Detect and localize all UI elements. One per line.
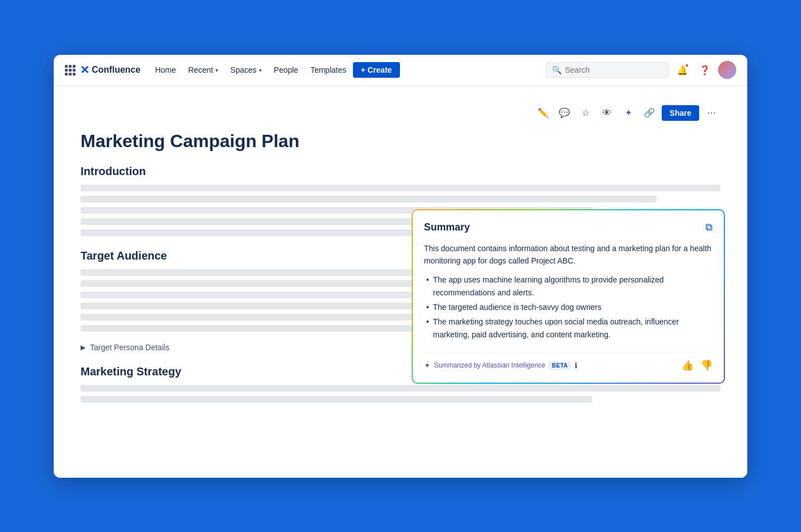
beta-badge: BETA — [549, 361, 571, 370]
ai-summary-icon[interactable]: ✦ — [619, 104, 637, 122]
summary-bullet-1: The app uses machine learning algorithms… — [424, 274, 713, 299]
confluence-wordmark: Confluence — [92, 65, 140, 75]
thumbs-down-icon[interactable]: 👎 — [700, 359, 713, 371]
watch-icon[interactable]: 👁 — [598, 104, 616, 122]
comment-icon[interactable]: 💬 — [555, 104, 573, 122]
thumbs-up-icon[interactable]: 👍 — [681, 359, 694, 371]
nav-recent[interactable]: Recent ▾ — [182, 62, 223, 78]
search-input[interactable] — [565, 65, 663, 74]
help-icon: ❓ — [699, 65, 710, 76]
nav-home[interactable]: Home — [149, 62, 181, 78]
link-icon[interactable]: 🔗 — [640, 104, 658, 122]
expand-chevron-icon: ▶ — [81, 343, 86, 351]
marketing-strategy-skeleton — [81, 385, 720, 403]
content-area: ✏️ 💬 ☆ 👁 ✦ 🔗 Share ⋯ Marketing Campaign … — [54, 86, 747, 478]
share-button[interactable]: Share — [662, 105, 699, 121]
feedback-icons: 👍 👎 — [681, 359, 713, 371]
confluence-x-icon: ✕ — [80, 63, 89, 77]
summary-title: Summary — [424, 222, 470, 233]
summary-bullet-2: The targeted audience is tech-savvy dog … — [424, 301, 713, 313]
section-introduction-heading: Introduction — [81, 165, 720, 178]
avatar-image — [718, 61, 736, 79]
create-button[interactable]: + Create — [353, 62, 400, 78]
nav-bar: ✕ Confluence Home Recent ▾ Spaces ▾ Peop… — [54, 55, 747, 86]
notification-dot — [685, 63, 689, 68]
nav-items: Home Recent ▾ Spaces ▾ People Templates … — [149, 62, 535, 78]
edit-icon[interactable]: ✏️ — [534, 104, 552, 122]
apps-icon[interactable] — [65, 65, 76, 76]
nav-right: 🔍 🔔 ❓ — [546, 61, 736, 79]
nav-people[interactable]: People — [268, 62, 304, 78]
info-icon[interactable]: ℹ — [574, 361, 577, 370]
summary-bullet-list: The app uses machine learning algorithms… — [424, 274, 713, 341]
summary-popup-inner: Summary ⧉ This document contains informa… — [413, 210, 724, 383]
nav-spaces[interactable]: Spaces ▾ — [225, 62, 267, 78]
summary-body-text: This document contains information about… — [424, 242, 713, 267]
recent-chevron-icon: ▾ — [215, 67, 218, 73]
ai-footer-label: Summarized by Atlassian Intelligence — [434, 361, 545, 369]
search-icon: 🔍 — [552, 65, 562, 74]
copy-icon[interactable]: ⧉ — [705, 222, 713, 233]
summary-popup: Summary ⧉ This document contains informa… — [412, 209, 725, 384]
confluence-logo[interactable]: ✕ Confluence — [80, 63, 140, 77]
doc-toolbar: ✏️ 💬 ☆ 👁 ✦ 🔗 Share ⋯ — [81, 97, 720, 131]
nav-templates[interactable]: Templates — [305, 62, 352, 78]
user-avatar[interactable] — [718, 61, 736, 79]
help-button[interactable]: ❓ — [696, 61, 714, 79]
ai-sparkle-icon: ✦ — [424, 361, 431, 370]
summary-header: Summary ⧉ — [424, 222, 713, 233]
more-options-button[interactable]: ⋯ — [703, 104, 720, 122]
expand-row-label: Target Persona Details — [90, 343, 169, 352]
ai-badge: ✦ Summarized by Atlassian Intelligence B… — [424, 361, 577, 370]
spaces-chevron-icon: ▾ — [259, 67, 262, 73]
star-icon[interactable]: ☆ — [577, 104, 595, 122]
notifications-button[interactable]: 🔔 — [673, 61, 691, 79]
summary-bullet-3: The marketing strategy touches upon soci… — [424, 316, 713, 341]
browser-window: ✕ Confluence Home Recent ▾ Spaces ▾ Peop… — [54, 55, 747, 478]
main-content: ✏️ 💬 ☆ 👁 ✦ 🔗 Share ⋯ Marketing Campaign … — [54, 86, 747, 478]
page-title: Marketing Campaign Plan — [81, 131, 720, 152]
nav-logo-area: ✕ Confluence — [65, 63, 140, 77]
search-box[interactable]: 🔍 — [546, 62, 669, 78]
summary-footer: ✦ Summarized by Atlassian Intelligence B… — [424, 352, 713, 371]
